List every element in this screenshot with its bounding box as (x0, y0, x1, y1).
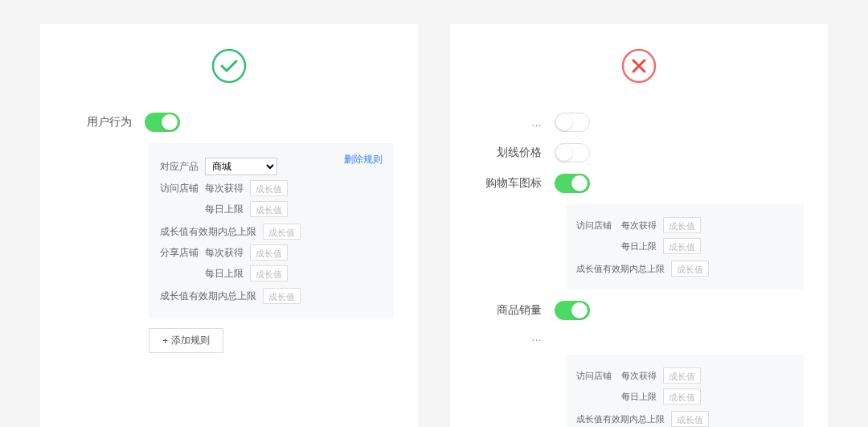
product-select[interactable]: 商城 (205, 158, 277, 175)
row-ellipsis-2: … (466, 331, 812, 343)
growth-input[interactable]: 成长值 (663, 388, 701, 404)
growth-input[interactable]: 成长值 (663, 367, 701, 384)
section-share-store: 分享店铺 (160, 246, 199, 260)
growth-input[interactable]: 成长值 (663, 217, 701, 233)
row-strike-price: 划线价格 (466, 143, 812, 162)
row-cart-icon: 购物车图标 (466, 174, 812, 193)
add-rule-button[interactable]: + 添加规则 (149, 328, 223, 353)
rule-box: 删除规则 对应产品 商城 访问店铺 每次获得 成长值 每日上限 成长值 成长值有… (149, 143, 394, 318)
section-visit-store: 访问店铺 (160, 182, 199, 195)
row-ellipsis-1: … (466, 113, 812, 132)
toggle-sales[interactable] (555, 301, 590, 320)
panel-bad: … 划线价格 购物车图标 访问店铺 每次获得 成长值 每日上限 成长值 成长值有… (450, 24, 828, 427)
plus-icon: + (162, 335, 168, 347)
row-sales: 商品销量 (466, 301, 812, 320)
small-rule-box-2: 访问店铺 每次获得 成长值 每日上限 成长值 成长值有效期内总上限 成长值 (567, 355, 804, 427)
growth-input[interactable]: 成长值 (263, 224, 301, 240)
growth-input[interactable]: 成长值 (250, 180, 288, 196)
svg-point-0 (213, 50, 245, 82)
label-sales: 商品销量 (466, 303, 555, 318)
user-behavior-row: 用户行为 (56, 113, 402, 132)
toggle-cart-icon[interactable] (555, 174, 590, 193)
label-strike-price: 划线价格 (466, 146, 555, 160)
growth-input[interactable]: 成长值 (671, 411, 709, 427)
good-indicator (56, 48, 402, 84)
growth-input[interactable]: 成长值 (250, 244, 288, 261)
growth-input[interactable]: 成长值 (250, 265, 288, 281)
user-behavior-toggle[interactable] (145, 113, 180, 132)
small-rule-box-1: 访问店铺 每次获得 成长值 每日上限 成长值 成长值有效期内总上限 成长值 (567, 204, 804, 289)
checkmark-icon (211, 48, 247, 84)
user-behavior-label: 用户行为 (56, 115, 145, 129)
share-store-row-1: 分享店铺 每次获得 成长值 (160, 244, 383, 261)
toggle-strike-price[interactable] (555, 143, 590, 162)
cross-icon (621, 48, 657, 84)
growth-input[interactable]: 成长值 (671, 261, 709, 277)
growth-input[interactable]: 成长值 (663, 238, 701, 254)
toggle-0[interactable] (555, 113, 590, 132)
share-store-row-2: 每日上限 成长值 成长值有效期内总上限 成长值 (160, 265, 383, 304)
label-cart-icon: 购物车图标 (466, 176, 555, 191)
product-label: 对应产品 (160, 160, 199, 174)
visit-store-row-2: 每日上限 成长值 成长值有效期内总上限 成长值 (160, 201, 383, 240)
growth-input[interactable]: 成长值 (250, 201, 288, 217)
delete-rule-link[interactable]: 删除规则 (344, 153, 383, 166)
visit-store-row-1: 访问店铺 每次获得 成长值 (160, 180, 383, 196)
growth-input[interactable]: 成长值 (263, 288, 301, 304)
panel-good: 用户行为 删除规则 对应产品 商城 访问店铺 每次获得 成长值 每日上限 成长值… (40, 24, 418, 427)
bad-indicator (466, 48, 812, 84)
